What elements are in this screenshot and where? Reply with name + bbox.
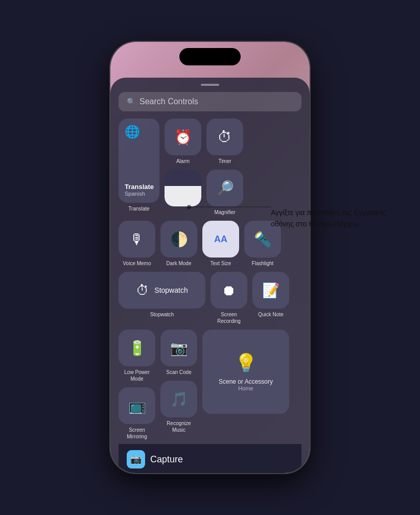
stopwatch-label: Stopwatch bbox=[150, 311, 174, 318]
scan-code-cell: 📷 Scan Code bbox=[160, 330, 197, 376]
scene-label-bottom: Home bbox=[219, 385, 273, 391]
text-size-label: Text Size bbox=[211, 260, 231, 267]
low-power-label: Low PowerMode bbox=[124, 369, 149, 382]
dark-mode-button[interactable]: 🌓 bbox=[160, 221, 197, 258]
annotation-container: Αγγίξτε για προσθήκη της Εγγραφής οθόνης… bbox=[271, 204, 388, 230]
text-size-icon: AA bbox=[214, 234, 227, 245]
screen-recording-label: ScreenRecording bbox=[217, 311, 241, 324]
bottom-bar: 📷 Capture 📷 📷 ➕ bbox=[119, 444, 301, 473]
search-placeholder: Search Controls bbox=[139, 97, 198, 106]
svg-point-1 bbox=[187, 205, 191, 209]
quick-note-button[interactable]: 📝 bbox=[252, 272, 289, 309]
timer-label: Timer bbox=[218, 158, 231, 165]
quick-note-label: Quick Note bbox=[258, 311, 283, 318]
alarm-icon: ⏰ bbox=[174, 129, 192, 146]
scene-icon: 💡 bbox=[235, 353, 258, 374]
recognize-music-cell: 🎵 RecognizeMusic bbox=[160, 381, 197, 433]
capture-row: 📷 Capture bbox=[127, 450, 293, 469]
translate-icon: 🌐 bbox=[125, 125, 140, 139]
alarm-button[interactable]: ⏰ bbox=[165, 119, 201, 155]
low-power-icon: 🔋 bbox=[128, 340, 146, 357]
stopwatch-cell: ⏱ Stopwatch Stopwatch bbox=[119, 272, 205, 318]
dynamic-island bbox=[179, 48, 241, 65]
capture-icon-box: 📷 bbox=[127, 450, 145, 469]
drag-handle bbox=[201, 84, 219, 86]
alarm-label: Alarm bbox=[176, 158, 190, 165]
scan-code-label: Scan Code bbox=[166, 369, 191, 376]
voice-memo-icon: 🎙 bbox=[130, 231, 144, 248]
screen-content: 🔍 Search Controls 🌐 bbox=[110, 42, 310, 473]
scene-cell: 💡 Scene or Accessory Home bbox=[202, 330, 289, 414]
voice-memo-cell: 🎙 Voice Memo bbox=[119, 221, 155, 267]
dark-mode-icon: 🌓 bbox=[170, 231, 188, 248]
screen-recording-cell: ⏺ ScreenRecording bbox=[211, 272, 247, 324]
low-power-cell: 🔋 Low PowerMode bbox=[119, 330, 155, 382]
scene-label-top: Scene or Accessory bbox=[219, 378, 273, 385]
annotation-line-svg bbox=[189, 192, 307, 222]
voice-memo-button[interactable]: 🎙 bbox=[119, 221, 155, 258]
dark-mode-cell: 🌓 Dark Mode bbox=[160, 221, 197, 267]
timer-cell: ⏱ Timer bbox=[206, 119, 243, 165]
scan-code-button[interactable]: 📷 bbox=[160, 330, 197, 366]
flashlight-label: Flashlight bbox=[252, 260, 274, 267]
stopwatch-button[interactable]: ⏱ Stopwatch bbox=[119, 272, 205, 309]
text-size-cell: AA Text Size bbox=[202, 221, 239, 267]
low-power-button[interactable]: 🔋 bbox=[119, 330, 155, 366]
screen-recording-button[interactable]: ⏺ bbox=[211, 272, 247, 309]
screen-mirroring-icon: 📺 bbox=[128, 397, 146, 414]
stopwatch-icon: ⏱ bbox=[136, 283, 149, 298]
translate-label: Translate bbox=[125, 183, 154, 191]
phone-frame: 🔍 Search Controls 🌐 bbox=[110, 42, 310, 473]
capture-icon: 📷 bbox=[130, 454, 142, 465]
translate-sublabel: Spanish bbox=[125, 191, 154, 197]
voice-memo-label: Voice Memo bbox=[123, 260, 151, 267]
quick-note-icon: 📝 bbox=[262, 282, 280, 299]
timer-icon: ⏱ bbox=[218, 129, 232, 146]
control-panel: 🔍 Search Controls 🌐 bbox=[110, 78, 310, 473]
screen-mirroring-label: ScreenMirroring bbox=[127, 427, 147, 440]
timer-button[interactable]: ⏱ bbox=[206, 119, 243, 155]
capture-label: Capture bbox=[150, 454, 183, 465]
scan-code-icon: 📷 bbox=[170, 340, 188, 357]
screen-mirroring-button[interactable]: 📺 bbox=[119, 387, 155, 424]
quick-note-cell: 📝 Quick Note bbox=[252, 272, 289, 318]
flashlight-icon: 🔦 bbox=[254, 231, 272, 248]
recognize-music-button[interactable]: 🎵 bbox=[160, 381, 197, 417]
alarm-cell: ⏰ Alarm bbox=[165, 119, 201, 165]
search-icon: 🔍 bbox=[127, 98, 135, 106]
recognize-music-icon: 🎵 bbox=[170, 391, 188, 408]
translate-text-label: Translate bbox=[128, 205, 149, 212]
screen-recording-icon: ⏺ bbox=[222, 282, 236, 299]
stopwatch-text: Stopwatch bbox=[154, 286, 188, 294]
search-bar[interactable]: 🔍 Search Controls bbox=[119, 92, 301, 111]
scene-button[interactable]: 💡 Scene or Accessory Home bbox=[202, 330, 289, 414]
screen-mirroring-cell: 📺 ScreenMirroring bbox=[119, 387, 155, 440]
text-size-button[interactable]: AA bbox=[202, 221, 239, 258]
recognize-music-label: RecognizeMusic bbox=[167, 420, 191, 433]
translate-button[interactable]: 🌐 Translate Spanish bbox=[119, 119, 159, 203]
dock-row: 📷 📷 ➕ bbox=[127, 473, 293, 473]
dark-mode-label: Dark Mode bbox=[167, 260, 192, 267]
